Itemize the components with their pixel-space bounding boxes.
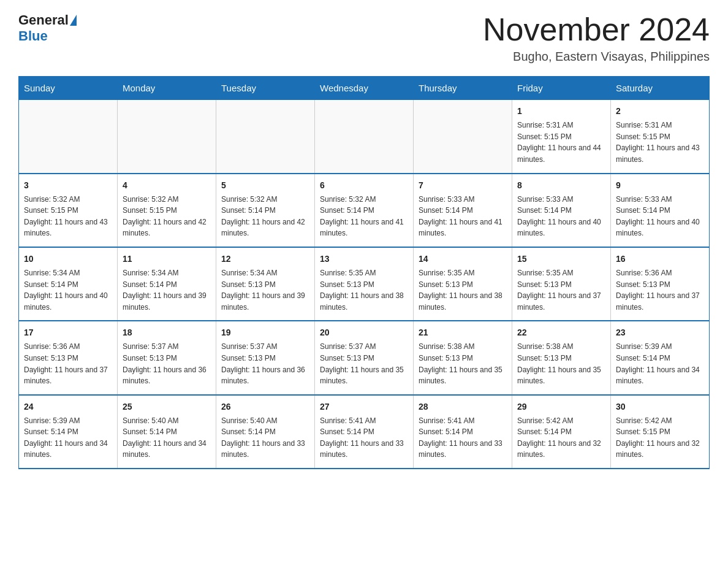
day-number: 18 xyxy=(123,326,211,339)
header-day-saturday: Saturday xyxy=(611,77,710,100)
header-day-friday: Friday xyxy=(512,77,611,100)
title-section: November 2024 Bugho, Eastern Visayas, Ph… xyxy=(483,12,710,64)
calendar-cell xyxy=(216,100,315,174)
day-number: 2 xyxy=(616,105,704,118)
calendar-cell: 28Sunrise: 5:41 AM Sunset: 5:14 PM Dayli… xyxy=(414,395,512,469)
calendar-cell: 7Sunrise: 5:33 AM Sunset: 5:14 PM Daylig… xyxy=(414,174,512,247)
calendar-table: SundayMondayTuesdayWednesdayThursdayFrid… xyxy=(18,76,710,469)
week-row-2: 3Sunrise: 5:32 AM Sunset: 5:15 PM Daylig… xyxy=(19,174,710,247)
header-row: SundayMondayTuesdayWednesdayThursdayFrid… xyxy=(19,77,710,100)
calendar-cell: 9Sunrise: 5:33 AM Sunset: 5:14 PM Daylig… xyxy=(611,174,710,247)
calendar-cell: 23Sunrise: 5:39 AM Sunset: 5:14 PM Dayli… xyxy=(611,321,710,394)
calendar-cell: 26Sunrise: 5:40 AM Sunset: 5:14 PM Dayli… xyxy=(216,395,315,469)
calendar-cell: 2Sunrise: 5:31 AM Sunset: 5:15 PM Daylig… xyxy=(611,100,710,174)
day-number: 23 xyxy=(616,326,704,339)
logo: General Blue xyxy=(18,12,77,44)
calendar-cell: 22Sunrise: 5:38 AM Sunset: 5:13 PM Dayli… xyxy=(512,321,611,394)
calendar-cell: 6Sunrise: 5:32 AM Sunset: 5:14 PM Daylig… xyxy=(315,174,414,247)
page-header: General Blue November 2024 Bugho, Easter… xyxy=(18,12,710,64)
month-title: November 2024 xyxy=(483,12,710,47)
day-info: Sunrise: 5:33 AM Sunset: 5:14 PM Dayligh… xyxy=(517,194,605,239)
calendar-body: 1Sunrise: 5:31 AM Sunset: 5:15 PM Daylig… xyxy=(19,100,710,469)
header-day-thursday: Thursday xyxy=(414,77,512,100)
calendar-cell: 17Sunrise: 5:36 AM Sunset: 5:13 PM Dayli… xyxy=(19,321,118,394)
header-day-monday: Monday xyxy=(118,77,216,100)
day-info: Sunrise: 5:32 AM Sunset: 5:15 PM Dayligh… xyxy=(24,194,112,239)
calendar-cell: 5Sunrise: 5:32 AM Sunset: 5:14 PM Daylig… xyxy=(216,174,315,247)
calendar-cell: 21Sunrise: 5:38 AM Sunset: 5:13 PM Dayli… xyxy=(414,321,512,394)
day-info: Sunrise: 5:32 AM Sunset: 5:15 PM Dayligh… xyxy=(123,194,211,239)
calendar-cell: 20Sunrise: 5:37 AM Sunset: 5:13 PM Dayli… xyxy=(315,321,414,394)
calendar-cell xyxy=(315,100,414,174)
week-row-1: 1Sunrise: 5:31 AM Sunset: 5:15 PM Daylig… xyxy=(19,100,710,174)
day-info: Sunrise: 5:35 AM Sunset: 5:13 PM Dayligh… xyxy=(419,267,507,313)
day-info: Sunrise: 5:33 AM Sunset: 5:14 PM Dayligh… xyxy=(616,194,704,239)
calendar-cell xyxy=(414,100,512,174)
day-number: 16 xyxy=(616,253,704,266)
day-number: 5 xyxy=(221,179,309,192)
day-info: Sunrise: 5:39 AM Sunset: 5:14 PM Dayligh… xyxy=(616,341,704,386)
calendar-cell: 19Sunrise: 5:37 AM Sunset: 5:13 PM Dayli… xyxy=(216,321,315,394)
day-number: 8 xyxy=(517,179,605,192)
calendar-cell: 13Sunrise: 5:35 AM Sunset: 5:13 PM Dayli… xyxy=(315,247,414,321)
day-number: 13 xyxy=(320,253,408,266)
calendar-cell: 30Sunrise: 5:42 AM Sunset: 5:15 PM Dayli… xyxy=(611,395,710,469)
week-row-4: 17Sunrise: 5:36 AM Sunset: 5:13 PM Dayli… xyxy=(19,321,710,394)
calendar-cell: 10Sunrise: 5:34 AM Sunset: 5:14 PM Dayli… xyxy=(19,247,118,321)
day-info: Sunrise: 5:34 AM Sunset: 5:14 PM Dayligh… xyxy=(24,267,112,313)
calendar-cell: 24Sunrise: 5:39 AM Sunset: 5:14 PM Dayli… xyxy=(19,395,118,469)
day-info: Sunrise: 5:37 AM Sunset: 5:13 PM Dayligh… xyxy=(221,341,309,386)
day-number: 7 xyxy=(419,179,507,192)
calendar-cell: 15Sunrise: 5:35 AM Sunset: 5:13 PM Dayli… xyxy=(512,247,611,321)
day-info: Sunrise: 5:41 AM Sunset: 5:14 PM Dayligh… xyxy=(419,415,507,461)
day-info: Sunrise: 5:37 AM Sunset: 5:13 PM Dayligh… xyxy=(320,341,408,386)
day-info: Sunrise: 5:41 AM Sunset: 5:14 PM Dayligh… xyxy=(320,415,408,461)
day-number: 4 xyxy=(123,179,211,192)
calendar-cell: 27Sunrise: 5:41 AM Sunset: 5:14 PM Dayli… xyxy=(315,395,414,469)
calendar-cell: 25Sunrise: 5:40 AM Sunset: 5:14 PM Dayli… xyxy=(118,395,216,469)
calendar-cell: 14Sunrise: 5:35 AM Sunset: 5:13 PM Dayli… xyxy=(414,247,512,321)
logo-general-text: General xyxy=(18,12,69,28)
day-number: 21 xyxy=(419,326,507,339)
calendar-cell: 16Sunrise: 5:36 AM Sunset: 5:13 PM Dayli… xyxy=(611,247,710,321)
calendar-cell xyxy=(19,100,118,174)
day-number: 28 xyxy=(419,400,507,413)
day-number: 19 xyxy=(221,326,309,339)
location-subtitle: Bugho, Eastern Visayas, Philippines xyxy=(483,50,710,64)
day-number: 25 xyxy=(123,400,211,413)
day-info: Sunrise: 5:37 AM Sunset: 5:13 PM Dayligh… xyxy=(123,341,211,386)
header-day-sunday: Sunday xyxy=(19,77,118,100)
day-info: Sunrise: 5:39 AM Sunset: 5:14 PM Dayligh… xyxy=(24,415,112,461)
day-info: Sunrise: 5:35 AM Sunset: 5:13 PM Dayligh… xyxy=(517,267,605,313)
calendar-cell: 11Sunrise: 5:34 AM Sunset: 5:14 PM Dayli… xyxy=(118,247,216,321)
week-row-5: 24Sunrise: 5:39 AM Sunset: 5:14 PM Dayli… xyxy=(19,395,710,469)
day-number: 22 xyxy=(517,326,605,339)
week-row-3: 10Sunrise: 5:34 AM Sunset: 5:14 PM Dayli… xyxy=(19,247,710,321)
calendar-cell: 18Sunrise: 5:37 AM Sunset: 5:13 PM Dayli… xyxy=(118,321,216,394)
day-info: Sunrise: 5:31 AM Sunset: 5:15 PM Dayligh… xyxy=(616,120,704,165)
day-number: 26 xyxy=(221,400,309,413)
day-info: Sunrise: 5:31 AM Sunset: 5:15 PM Dayligh… xyxy=(517,120,605,165)
day-number: 17 xyxy=(24,326,112,339)
day-number: 27 xyxy=(320,400,408,413)
day-number: 11 xyxy=(123,253,211,266)
day-info: Sunrise: 5:42 AM Sunset: 5:14 PM Dayligh… xyxy=(517,415,605,461)
calendar-cell xyxy=(118,100,216,174)
calendar-cell: 4Sunrise: 5:32 AM Sunset: 5:15 PM Daylig… xyxy=(118,174,216,247)
day-info: Sunrise: 5:36 AM Sunset: 5:13 PM Dayligh… xyxy=(616,267,704,313)
day-number: 14 xyxy=(419,253,507,266)
day-info: Sunrise: 5:32 AM Sunset: 5:14 PM Dayligh… xyxy=(320,194,408,239)
calendar-cell: 8Sunrise: 5:33 AM Sunset: 5:14 PM Daylig… xyxy=(512,174,611,247)
day-number: 3 xyxy=(24,179,112,192)
day-info: Sunrise: 5:38 AM Sunset: 5:13 PM Dayligh… xyxy=(517,341,605,386)
calendar-header: SundayMondayTuesdayWednesdayThursdayFrid… xyxy=(19,77,710,100)
header-day-tuesday: Tuesday xyxy=(216,77,315,100)
day-info: Sunrise: 5:35 AM Sunset: 5:13 PM Dayligh… xyxy=(320,267,408,313)
calendar-cell: 12Sunrise: 5:34 AM Sunset: 5:13 PM Dayli… xyxy=(216,247,315,321)
day-info: Sunrise: 5:32 AM Sunset: 5:14 PM Dayligh… xyxy=(221,194,309,239)
day-info: Sunrise: 5:42 AM Sunset: 5:15 PM Dayligh… xyxy=(616,415,704,461)
day-number: 6 xyxy=(320,179,408,192)
day-number: 10 xyxy=(24,253,112,266)
day-number: 1 xyxy=(517,105,605,118)
day-number: 20 xyxy=(320,326,408,339)
